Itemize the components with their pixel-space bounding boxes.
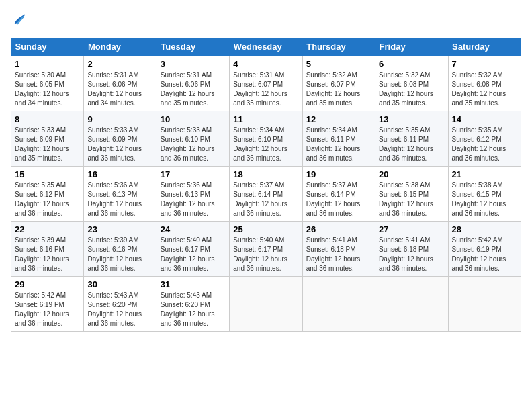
day-number: 21 xyxy=(452,169,517,179)
calendar-table: SundayMondayTuesdayWednesdayThursdayFrid… xyxy=(11,38,521,332)
day-number: 28 xyxy=(452,224,517,234)
calendar-cell: 25 Sunrise: 5:40 AM Sunset: 6:17 PM Dayl… xyxy=(230,222,302,277)
day-number: 31 xyxy=(161,279,226,289)
calendar-cell xyxy=(375,277,448,332)
day-number: 4 xyxy=(233,59,298,69)
calendar-cell: 19 Sunrise: 5:37 AM Sunset: 6:14 PM Dayl… xyxy=(302,167,375,222)
day-number: 10 xyxy=(161,114,226,124)
day-number: 9 xyxy=(87,114,152,124)
calendar-cell: 17 Sunrise: 5:36 AM Sunset: 6:13 PM Dayl… xyxy=(157,167,229,222)
day-number: 5 xyxy=(306,59,371,69)
calendar-cell: 31 Sunrise: 5:43 AM Sunset: 6:20 PM Dayl… xyxy=(157,277,229,332)
calendar-cell: 11 Sunrise: 5:34 AM Sunset: 6:10 PM Dayl… xyxy=(230,111,302,167)
day-info: Sunrise: 5:39 AM Sunset: 6:16 PM Dayligh… xyxy=(87,236,152,273)
calendar-cell: 28 Sunrise: 5:42 AM Sunset: 6:19 PM Dayl… xyxy=(448,222,521,277)
calendar-cell: 6 Sunrise: 5:32 AM Sunset: 6:08 PM Dayli… xyxy=(375,56,448,111)
day-number: 8 xyxy=(15,114,80,124)
day-number: 20 xyxy=(379,169,444,179)
calendar-cell: 24 Sunrise: 5:40 AM Sunset: 6:17 PM Dayl… xyxy=(157,222,229,277)
day-info: Sunrise: 5:32 AM Sunset: 6:08 PM Dayligh… xyxy=(379,71,444,108)
day-info: Sunrise: 5:34 AM Sunset: 6:10 PM Dayligh… xyxy=(233,126,298,163)
day-info: Sunrise: 5:43 AM Sunset: 6:20 PM Dayligh… xyxy=(161,291,226,328)
calendar-week-4: 22 Sunrise: 5:39 AM Sunset: 6:16 PM Dayl… xyxy=(11,222,521,277)
day-number: 12 xyxy=(306,114,371,124)
header-monday: Monday xyxy=(84,38,157,56)
calendar-cell: 4 Sunrise: 5:31 AM Sunset: 6:07 PM Dayli… xyxy=(230,56,302,111)
calendar-week-3: 15 Sunrise: 5:35 AM Sunset: 6:12 PM Dayl… xyxy=(11,167,521,222)
day-info: Sunrise: 5:37 AM Sunset: 6:14 PM Dayligh… xyxy=(233,181,298,218)
day-number: 11 xyxy=(233,114,298,124)
day-info: Sunrise: 5:41 AM Sunset: 6:18 PM Dayligh… xyxy=(379,236,444,273)
calendar-cell: 16 Sunrise: 5:36 AM Sunset: 6:13 PM Dayl… xyxy=(84,167,157,222)
calendar-cell: 9 Sunrise: 5:33 AM Sunset: 6:09 PM Dayli… xyxy=(84,111,157,167)
calendar-cell: 12 Sunrise: 5:34 AM Sunset: 6:11 PM Dayl… xyxy=(302,111,375,167)
calendar-cell: 26 Sunrise: 5:41 AM Sunset: 6:18 PM Dayl… xyxy=(302,222,375,277)
day-info: Sunrise: 5:43 AM Sunset: 6:20 PM Dayligh… xyxy=(87,291,152,328)
day-number: 16 xyxy=(87,169,152,179)
day-info: Sunrise: 5:31 AM Sunset: 6:07 PM Dayligh… xyxy=(233,71,298,108)
day-number: 15 xyxy=(15,169,80,179)
day-number: 14 xyxy=(452,114,517,124)
day-info: Sunrise: 5:30 AM Sunset: 6:05 PM Dayligh… xyxy=(15,71,80,108)
day-info: Sunrise: 5:32 AM Sunset: 6:08 PM Dayligh… xyxy=(452,71,517,108)
calendar-cell: 30 Sunrise: 5:43 AM Sunset: 6:20 PM Dayl… xyxy=(84,277,157,332)
day-number: 22 xyxy=(15,224,80,234)
header-friday: Friday xyxy=(375,38,448,56)
calendar-cell xyxy=(448,277,521,332)
calendar-cell xyxy=(230,277,302,332)
day-info: Sunrise: 5:35 AM Sunset: 6:11 PM Dayligh… xyxy=(379,126,444,163)
calendar-cell: 14 Sunrise: 5:35 AM Sunset: 6:12 PM Dayl… xyxy=(448,111,521,167)
day-info: Sunrise: 5:35 AM Sunset: 6:12 PM Dayligh… xyxy=(452,126,517,163)
day-number: 25 xyxy=(233,224,298,234)
day-number: 29 xyxy=(15,279,80,289)
day-number: 30 xyxy=(87,279,152,289)
calendar-header-row: SundayMondayTuesdayWednesdayThursdayFrid… xyxy=(11,38,521,56)
header-thursday: Thursday xyxy=(302,38,375,56)
day-info: Sunrise: 5:38 AM Sunset: 6:15 PM Dayligh… xyxy=(452,181,517,218)
day-number: 6 xyxy=(379,59,444,69)
day-info: Sunrise: 5:33 AM Sunset: 6:09 PM Dayligh… xyxy=(15,126,80,163)
calendar-cell: 5 Sunrise: 5:32 AM Sunset: 6:07 PM Dayli… xyxy=(302,56,375,111)
calendar-cell: 10 Sunrise: 5:33 AM Sunset: 6:10 PM Dayl… xyxy=(157,111,229,167)
day-info: Sunrise: 5:37 AM Sunset: 6:14 PM Dayligh… xyxy=(306,181,371,218)
day-info: Sunrise: 5:41 AM Sunset: 6:18 PM Dayligh… xyxy=(306,236,371,273)
calendar-cell: 22 Sunrise: 5:39 AM Sunset: 6:16 PM Dayl… xyxy=(11,222,84,277)
calendar-body: 1 Sunrise: 5:30 AM Sunset: 6:05 PM Dayli… xyxy=(11,56,521,332)
day-number: 27 xyxy=(379,224,444,234)
calendar-cell: 3 Sunrise: 5:31 AM Sunset: 6:06 PM Dayli… xyxy=(157,56,229,111)
day-info: Sunrise: 5:34 AM Sunset: 6:11 PM Dayligh… xyxy=(306,126,371,163)
logo xyxy=(11,11,32,30)
day-info: Sunrise: 5:39 AM Sunset: 6:16 PM Dayligh… xyxy=(15,236,80,273)
day-number: 18 xyxy=(233,169,298,179)
calendar-cell: 29 Sunrise: 5:42 AM Sunset: 6:19 PM Dayl… xyxy=(11,277,84,332)
calendar-cell xyxy=(302,277,375,332)
day-number: 24 xyxy=(161,224,226,234)
day-info: Sunrise: 5:36 AM Sunset: 6:13 PM Dayligh… xyxy=(87,181,152,218)
calendar-cell: 18 Sunrise: 5:37 AM Sunset: 6:14 PM Dayl… xyxy=(230,167,302,222)
header-sunday: Sunday xyxy=(11,38,84,56)
day-number: 23 xyxy=(87,224,152,234)
header-wednesday: Wednesday xyxy=(230,38,302,56)
day-info: Sunrise: 5:42 AM Sunset: 6:19 PM Dayligh… xyxy=(452,236,517,273)
day-info: Sunrise: 5:42 AM Sunset: 6:19 PM Dayligh… xyxy=(15,291,80,328)
day-number: 17 xyxy=(161,169,226,179)
calendar-cell: 7 Sunrise: 5:32 AM Sunset: 6:08 PM Dayli… xyxy=(448,56,521,111)
header-saturday: Saturday xyxy=(448,38,521,56)
day-number: 2 xyxy=(87,59,152,69)
logo-bird-icon xyxy=(11,11,30,30)
day-number: 1 xyxy=(15,59,80,69)
calendar-cell: 2 Sunrise: 5:31 AM Sunset: 6:06 PM Dayli… xyxy=(84,56,157,111)
calendar-cell: 13 Sunrise: 5:35 AM Sunset: 6:11 PM Dayl… xyxy=(375,111,448,167)
calendar-cell: 8 Sunrise: 5:33 AM Sunset: 6:09 PM Dayli… xyxy=(11,111,84,167)
day-info: Sunrise: 5:36 AM Sunset: 6:13 PM Dayligh… xyxy=(161,181,226,218)
calendar-cell: 23 Sunrise: 5:39 AM Sunset: 6:16 PM Dayl… xyxy=(84,222,157,277)
day-info: Sunrise: 5:40 AM Sunset: 6:17 PM Dayligh… xyxy=(161,236,226,273)
day-info: Sunrise: 5:31 AM Sunset: 6:06 PM Dayligh… xyxy=(87,71,152,108)
day-info: Sunrise: 5:31 AM Sunset: 6:06 PM Dayligh… xyxy=(161,71,226,108)
calendar-cell: 1 Sunrise: 5:30 AM Sunset: 6:05 PM Dayli… xyxy=(11,56,84,111)
day-number: 7 xyxy=(452,59,517,69)
header-tuesday: Tuesday xyxy=(157,38,229,56)
day-info: Sunrise: 5:35 AM Sunset: 6:12 PM Dayligh… xyxy=(15,181,80,218)
calendar-cell: 15 Sunrise: 5:35 AM Sunset: 6:12 PM Dayl… xyxy=(11,167,84,222)
day-info: Sunrise: 5:32 AM Sunset: 6:07 PM Dayligh… xyxy=(306,71,371,108)
